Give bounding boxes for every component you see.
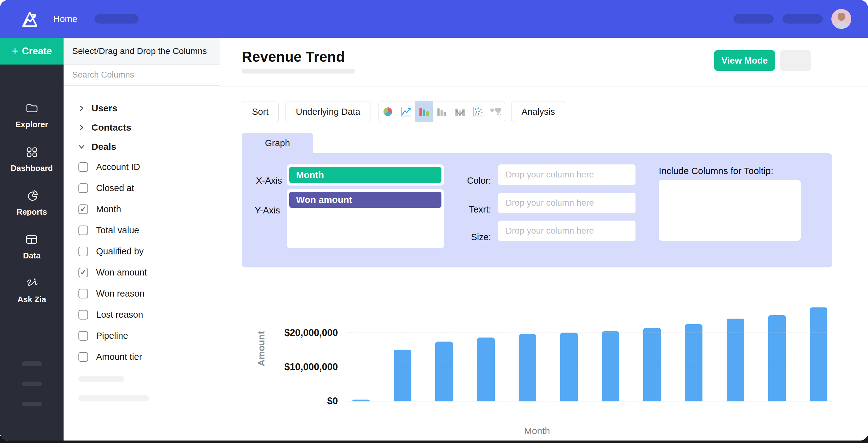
x-axis-label: X-Axis bbox=[256, 176, 282, 186]
y-axis-label: Y-Axis bbox=[255, 205, 280, 216]
sort-button[interactable]: Sort bbox=[242, 101, 279, 122]
bar[interactable] bbox=[435, 342, 453, 402]
gridline bbox=[347, 401, 832, 402]
column-row-amount-tier[interactable]: Amount tier bbox=[79, 346, 220, 367]
report-header: Revenue Trend View Mode bbox=[220, 38, 868, 87]
column-label: Amount tier bbox=[96, 352, 142, 362]
sidebar-item-dashboard[interactable]: Dashboard bbox=[11, 145, 53, 173]
graph-config-panel: X-Axis Month Y-Axis Won amount Color: Dr… bbox=[242, 153, 832, 267]
column-row-pipeline[interactable]: Pipeline bbox=[79, 325, 220, 346]
tooltip-columns-dropzone[interactable] bbox=[659, 180, 801, 241]
pie-chart-icon[interactable] bbox=[379, 101, 397, 122]
sidebar-item-explorer[interactable]: Explorer bbox=[16, 101, 49, 129]
tooltip-columns-label: Include Columns for Tooltip: bbox=[659, 166, 773, 176]
y-axis-chip-won-amount[interactable]: Won amount bbox=[289, 192, 441, 208]
tab-graph[interactable]: Graph bbox=[242, 133, 313, 153]
x-axis-chip-month[interactable]: Month bbox=[289, 167, 441, 183]
analytics-logo-icon[interactable] bbox=[19, 9, 38, 29]
x-axis-title: Month bbox=[242, 425, 832, 436]
checkbox[interactable] bbox=[79, 310, 88, 320]
x-axis-dropzone[interactable]: Month bbox=[287, 165, 444, 185]
column-row-won-reason[interactable]: Won reason bbox=[79, 283, 220, 304]
sidebar-nav: Explorer Dashboard bbox=[0, 101, 64, 320]
tree-node-deals[interactable]: Deals bbox=[79, 137, 220, 156]
plot-area bbox=[347, 296, 832, 402]
bar[interactable] bbox=[768, 315, 786, 402]
sidebar-item-data[interactable]: Data bbox=[23, 232, 40, 261]
tree-node-contacts[interactable]: Contacts bbox=[79, 118, 220, 137]
column-label: Qualified by bbox=[96, 246, 144, 257]
chart-row: Amount $0$10,000,000$20,000,000 bbox=[242, 296, 832, 402]
checkbox[interactable] bbox=[79, 331, 88, 341]
sidebar: + Create Explorer bbox=[0, 38, 64, 441]
bar-chart-icon[interactable] bbox=[415, 101, 433, 122]
checkbox[interactable] bbox=[79, 352, 88, 362]
bar[interactable] bbox=[810, 307, 827, 402]
bar[interactable] bbox=[685, 324, 703, 402]
analysis-button[interactable]: Analysis bbox=[511, 101, 565, 122]
checkbox[interactable] bbox=[79, 289, 88, 298]
column-row-account-id[interactable]: Account ID bbox=[79, 156, 220, 177]
deals-children: Account ID Closed at ✓ Month Total value bbox=[79, 156, 220, 367]
underlying-data-button[interactable]: Underlying Data bbox=[285, 101, 370, 122]
column-row-closed-at[interactable]: Closed at bbox=[79, 177, 220, 199]
user-avatar[interactable] bbox=[831, 9, 851, 29]
checkbox[interactable] bbox=[79, 162, 88, 172]
y-tick-label: $0 bbox=[328, 395, 338, 407]
bar[interactable] bbox=[394, 350, 411, 402]
pie-report-icon bbox=[25, 188, 39, 204]
skeleton-pill bbox=[79, 376, 124, 382]
scatter-plot-icon[interactable] bbox=[469, 101, 487, 122]
search-columns-input[interactable] bbox=[64, 70, 220, 80]
columns-panel: Select/Drag and Drop the Columns Users C… bbox=[64, 38, 220, 441]
app-window: Home + Create bbox=[0, 0, 868, 441]
sidebar-item-label: Reports bbox=[17, 207, 47, 217]
color-dropzone[interactable]: Drop your column here bbox=[498, 165, 636, 185]
checkbox-checked[interactable]: ✓ bbox=[79, 268, 88, 277]
checkbox-checked[interactable]: ✓ bbox=[79, 204, 88, 214]
column-row-qualified-by[interactable]: Qualified by bbox=[79, 241, 220, 262]
bars-gray-icon[interactable] bbox=[433, 101, 451, 122]
skeleton-pill bbox=[22, 402, 42, 406]
y-axis-dropzone[interactable]: Won amount bbox=[287, 189, 444, 248]
map-chart-icon[interactable] bbox=[487, 101, 505, 122]
folder-icon bbox=[25, 101, 39, 117]
column-row-total-value[interactable]: Total value bbox=[79, 219, 220, 241]
size-dropzone[interactable]: Drop your column here bbox=[498, 220, 636, 241]
column-label: Won amount bbox=[96, 267, 147, 278]
sidebar-item-label: Explorer bbox=[16, 120, 49, 129]
bar[interactable] bbox=[726, 319, 744, 402]
tab-home[interactable]: Home bbox=[53, 14, 77, 24]
combo-chart-icon[interactable] bbox=[451, 101, 469, 122]
skeleton-pill bbox=[242, 69, 355, 73]
create-button[interactable]: + Create bbox=[0, 38, 64, 64]
skeleton-pill bbox=[22, 382, 42, 386]
dashboard-grid-icon bbox=[25, 145, 39, 160]
bar[interactable] bbox=[643, 328, 661, 402]
tree-node-users[interactable]: Users bbox=[79, 99, 220, 118]
bar[interactable] bbox=[477, 337, 495, 402]
sidebar-item-reports[interactable]: Reports bbox=[17, 188, 47, 217]
topbar-skeleton-pill bbox=[734, 14, 774, 24]
sidebar-item-ask-zia[interactable]: Ask Zia bbox=[18, 276, 46, 304]
view-mode-button[interactable]: View Mode bbox=[714, 50, 775, 71]
plus-icon: + bbox=[12, 45, 18, 58]
header-secondary-button[interactable] bbox=[780, 50, 811, 71]
column-row-month[interactable]: ✓ Month bbox=[79, 199, 220, 219]
bar[interactable] bbox=[519, 334, 536, 402]
column-row-won-amount[interactable]: ✓ Won amount bbox=[79, 262, 220, 283]
search-row bbox=[64, 64, 220, 86]
line-chart-icon[interactable] bbox=[397, 101, 415, 122]
screen: Home + Create bbox=[0, 0, 868, 443]
create-button-label: Create bbox=[22, 46, 52, 57]
bar[interactable] bbox=[602, 331, 619, 402]
checkbox[interactable] bbox=[79, 183, 88, 193]
topbar-skeleton-pill bbox=[782, 14, 823, 24]
chevron-down-icon bbox=[79, 144, 85, 150]
checkbox[interactable] bbox=[79, 226, 88, 235]
text-dropzone[interactable]: Drop your column here bbox=[498, 193, 636, 213]
y-tick-label: $20,000,000 bbox=[285, 327, 338, 338]
gridline bbox=[347, 367, 832, 367]
column-row-lost-reason[interactable]: Lost reason bbox=[79, 304, 220, 325]
checkbox[interactable] bbox=[79, 247, 88, 256]
